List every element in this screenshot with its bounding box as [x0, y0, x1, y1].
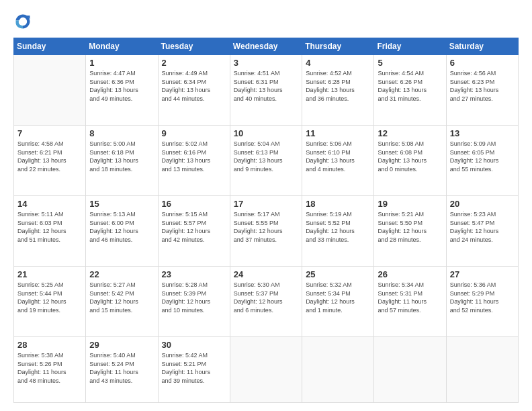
- calendar-cell: [14, 55, 86, 126]
- day-number: 7: [17, 128, 82, 138]
- calendar-cell: 5Sunrise: 4:54 AM Sunset: 6:26 PM Daylig…: [374, 55, 446, 126]
- day-info: Sunrise: 5:06 AM Sunset: 6:10 PM Dayligh…: [306, 140, 370, 173]
- day-info: Sunrise: 5:00 AM Sunset: 6:18 PM Dayligh…: [89, 140, 154, 173]
- day-number: 26: [378, 269, 442, 279]
- calendar-cell: 24Sunrise: 5:30 AM Sunset: 5:37 PM Dayli…: [230, 267, 302, 337]
- calendar-cell: 18Sunrise: 5:19 AM Sunset: 5:52 PM Dayli…: [302, 196, 374, 267]
- day-info: Sunrise: 5:25 AM Sunset: 5:44 PM Dayligh…: [17, 281, 82, 314]
- day-number: 9: [162, 128, 226, 138]
- logo: [13, 12, 35, 31]
- day-number: 10: [234, 128, 298, 138]
- calendar-cell: 27Sunrise: 5:36 AM Sunset: 5:29 PM Dayli…: [446, 267, 518, 337]
- page: SundayMondayTuesdayWednesdayThursdayFrid…: [0, 0, 532, 411]
- day-info: Sunrise: 5:08 AM Sunset: 6:08 PM Dayligh…: [378, 140, 442, 173]
- day-number: 14: [17, 199, 82, 209]
- calendar-cell: 21Sunrise: 5:25 AM Sunset: 5:44 PM Dayli…: [14, 267, 86, 337]
- day-number: 28: [17, 340, 82, 350]
- weekday-header-friday: Friday: [374, 38, 446, 55]
- calendar-cell: [374, 337, 446, 403]
- calendar-cell: 16Sunrise: 5:15 AM Sunset: 5:57 PM Dayli…: [158, 196, 230, 267]
- day-info: Sunrise: 5:36 AM Sunset: 5:29 PM Dayligh…: [450, 281, 515, 314]
- day-info: Sunrise: 4:51 AM Sunset: 6:31 PM Dayligh…: [234, 69, 298, 103]
- day-info: Sunrise: 5:30 AM Sunset: 5:37 PM Dayligh…: [234, 281, 298, 314]
- day-info: Sunrise: 4:54 AM Sunset: 6:26 PM Dayligh…: [378, 69, 442, 103]
- calendar-cell: 6Sunrise: 4:56 AM Sunset: 6:23 PM Daylig…: [446, 55, 518, 126]
- day-number: 22: [89, 269, 154, 279]
- calendar-cell: [302, 337, 374, 403]
- day-number: 29: [89, 340, 154, 350]
- weekday-header-thursday: Thursday: [302, 38, 374, 55]
- day-number: 6: [450, 58, 515, 68]
- calendar-cell: 1Sunrise: 4:47 AM Sunset: 6:36 PM Daylig…: [86, 55, 158, 126]
- day-number: 20: [450, 199, 515, 209]
- week-row-4: 28Sunrise: 5:38 AM Sunset: 5:26 PM Dayli…: [14, 337, 519, 403]
- calendar-cell: [230, 337, 302, 403]
- day-info: Sunrise: 4:47 AM Sunset: 6:36 PM Dayligh…: [89, 69, 154, 103]
- weekday-header-row: SundayMondayTuesdayWednesdayThursdayFrid…: [14, 38, 519, 55]
- calendar-cell: 2Sunrise: 4:49 AM Sunset: 6:34 PM Daylig…: [158, 55, 230, 126]
- day-info: Sunrise: 4:52 AM Sunset: 6:28 PM Dayligh…: [306, 69, 370, 103]
- day-number: 5: [378, 58, 442, 68]
- calendar-cell: 9Sunrise: 5:02 AM Sunset: 6:16 PM Daylig…: [158, 126, 230, 196]
- day-info: Sunrise: 5:23 AM Sunset: 5:47 PM Dayligh…: [450, 210, 515, 244]
- day-info: Sunrise: 5:27 AM Sunset: 5:42 PM Dayligh…: [89, 281, 154, 314]
- calendar-cell: 28Sunrise: 5:38 AM Sunset: 5:26 PM Dayli…: [14, 337, 86, 403]
- calendar-cell: 20Sunrise: 5:23 AM Sunset: 5:47 PM Dayli…: [446, 196, 518, 267]
- calendar-cell: [446, 337, 518, 403]
- weekday-header-wednesday: Wednesday: [230, 38, 302, 55]
- calendar-cell: 3Sunrise: 4:51 AM Sunset: 6:31 PM Daylig…: [230, 55, 302, 126]
- week-row-0: 1Sunrise: 4:47 AM Sunset: 6:36 PM Daylig…: [14, 55, 519, 126]
- day-number: 18: [306, 199, 370, 209]
- day-number: 19: [378, 199, 442, 209]
- day-info: Sunrise: 5:04 AM Sunset: 6:13 PM Dayligh…: [234, 140, 298, 173]
- day-info: Sunrise: 5:38 AM Sunset: 5:26 PM Dayligh…: [17, 351, 82, 385]
- calendar-cell: 26Sunrise: 5:34 AM Sunset: 5:31 PM Dayli…: [374, 267, 446, 337]
- day-info: Sunrise: 5:42 AM Sunset: 5:21 PM Dayligh…: [162, 351, 226, 385]
- day-info: Sunrise: 5:11 AM Sunset: 6:03 PM Dayligh…: [17, 210, 82, 244]
- calendar-cell: 10Sunrise: 5:04 AM Sunset: 6:13 PM Dayli…: [230, 126, 302, 196]
- day-number: 25: [306, 269, 370, 279]
- week-row-3: 21Sunrise: 5:25 AM Sunset: 5:44 PM Dayli…: [14, 267, 519, 337]
- day-info: Sunrise: 5:28 AM Sunset: 5:39 PM Dayligh…: [162, 281, 226, 314]
- day-number: 13: [450, 128, 515, 138]
- calendar-cell: 4Sunrise: 4:52 AM Sunset: 6:28 PM Daylig…: [302, 55, 374, 126]
- day-number: 23: [162, 269, 226, 279]
- day-info: Sunrise: 5:19 AM Sunset: 5:52 PM Dayligh…: [306, 210, 370, 244]
- day-info: Sunrise: 5:21 AM Sunset: 5:50 PM Dayligh…: [378, 210, 442, 244]
- day-number: 3: [234, 58, 298, 68]
- weekday-header-monday: Monday: [86, 38, 158, 55]
- week-row-2: 14Sunrise: 5:11 AM Sunset: 6:03 PM Dayli…: [14, 196, 519, 267]
- day-number: 24: [234, 269, 298, 279]
- weekday-header-saturday: Saturday: [446, 38, 518, 55]
- day-number: 17: [234, 199, 298, 209]
- weekday-header-tuesday: Tuesday: [158, 38, 230, 55]
- day-number: 2: [162, 58, 226, 68]
- calendar-cell: 17Sunrise: 5:17 AM Sunset: 5:55 PM Dayli…: [230, 196, 302, 267]
- calendar-cell: 13Sunrise: 5:09 AM Sunset: 6:05 PM Dayli…: [446, 126, 518, 196]
- calendar-cell: 25Sunrise: 5:32 AM Sunset: 5:34 PM Dayli…: [302, 267, 374, 337]
- week-row-1: 7Sunrise: 4:58 AM Sunset: 6:21 PM Daylig…: [14, 126, 519, 196]
- weekday-header-sunday: Sunday: [14, 38, 86, 55]
- calendar-cell: 14Sunrise: 5:11 AM Sunset: 6:03 PM Dayli…: [14, 196, 86, 267]
- calendar-cell: 15Sunrise: 5:13 AM Sunset: 6:00 PM Dayli…: [86, 196, 158, 267]
- day-number: 15: [89, 199, 154, 209]
- calendar-cell: 30Sunrise: 5:42 AM Sunset: 5:21 PM Dayli…: [158, 337, 230, 403]
- day-number: 1: [89, 58, 154, 68]
- day-info: Sunrise: 5:40 AM Sunset: 5:24 PM Dayligh…: [89, 351, 154, 385]
- calendar-cell: 22Sunrise: 5:27 AM Sunset: 5:42 PM Dayli…: [86, 267, 158, 337]
- day-number: 16: [162, 199, 226, 209]
- day-number: 27: [450, 269, 515, 279]
- calendar-cell: 8Sunrise: 5:00 AM Sunset: 6:18 PM Daylig…: [86, 126, 158, 196]
- day-info: Sunrise: 5:17 AM Sunset: 5:55 PM Dayligh…: [234, 210, 298, 244]
- day-info: Sunrise: 4:56 AM Sunset: 6:23 PM Dayligh…: [450, 69, 515, 103]
- day-number: 21: [17, 269, 82, 279]
- day-info: Sunrise: 5:32 AM Sunset: 5:34 PM Dayligh…: [306, 281, 370, 314]
- day-info: Sunrise: 5:15 AM Sunset: 5:57 PM Dayligh…: [162, 210, 226, 244]
- day-info: Sunrise: 5:13 AM Sunset: 6:00 PM Dayligh…: [89, 210, 154, 244]
- day-info: Sunrise: 5:34 AM Sunset: 5:31 PM Dayligh…: [378, 281, 442, 314]
- day-number: 12: [378, 128, 442, 138]
- day-number: 30: [162, 340, 226, 350]
- calendar-cell: 11Sunrise: 5:06 AM Sunset: 6:10 PM Dayli…: [302, 126, 374, 196]
- logo-icon: [13, 12, 32, 31]
- day-info: Sunrise: 5:02 AM Sunset: 6:16 PM Dayligh…: [162, 140, 226, 173]
